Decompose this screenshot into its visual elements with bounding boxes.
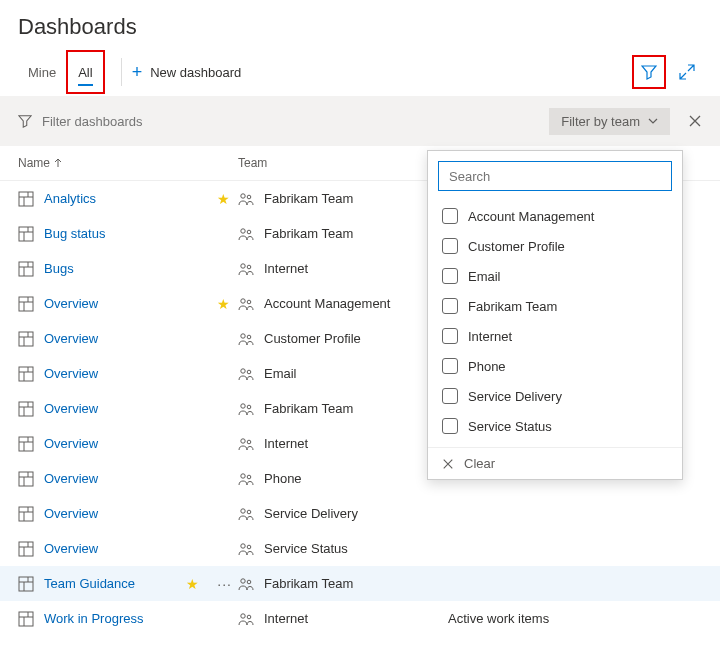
team-filter-option[interactable]: Customer Profile <box>428 231 682 261</box>
table-row[interactable]: OverviewService Status <box>0 531 720 566</box>
team-filter-option[interactable]: Service Status <box>428 411 682 441</box>
svg-point-13 <box>241 333 245 337</box>
dashboard-link[interactable]: Bug status <box>44 226 105 241</box>
team-icon <box>238 192 254 206</box>
tab-all[interactable]: All <box>68 52 102 92</box>
team-filter-clear[interactable]: Clear <box>428 447 682 479</box>
dashboard-icon <box>18 296 34 312</box>
team-name: Fabrikam Team <box>264 401 353 416</box>
dashboard-link[interactable]: Overview <box>44 506 98 521</box>
team-icon <box>238 402 254 416</box>
table-row[interactable]: OverviewService Delivery <box>0 496 720 531</box>
team-filter-list[interactable]: Account ManagementCustomer ProfileEmailF… <box>428 201 682 447</box>
tab-mine[interactable]: Mine <box>18 48 66 96</box>
team-filter-option[interactable]: Account Management <box>428 201 682 231</box>
checkbox-icon <box>442 238 458 254</box>
team-filter-option[interactable]: Email <box>428 261 682 291</box>
dashboard-icon <box>18 471 34 487</box>
option-label: Service Status <box>468 419 552 434</box>
dashboard-icon <box>18 191 34 207</box>
team-filter-option[interactable]: Phone <box>428 351 682 381</box>
team-filter-option[interactable]: Fabrikam Team <box>428 291 682 321</box>
svg-point-34 <box>241 578 245 582</box>
dashboard-link[interactable]: Overview <box>44 541 98 556</box>
more-actions[interactable]: ··· <box>217 576 232 592</box>
svg-rect-18 <box>19 402 33 416</box>
dashboard-link[interactable]: Overview <box>44 401 98 416</box>
new-dashboard-button[interactable]: + New dashboard <box>132 62 242 83</box>
col-header-name[interactable]: Name <box>18 156 238 170</box>
svg-rect-9 <box>19 297 33 311</box>
team-icon <box>238 297 254 311</box>
close-icon <box>688 114 702 128</box>
page-title: Dashboards <box>18 14 702 40</box>
svg-point-25 <box>241 473 245 477</box>
svg-point-7 <box>241 263 245 267</box>
team-icon <box>238 507 254 521</box>
svg-point-10 <box>241 298 245 302</box>
team-icon <box>238 472 254 486</box>
sort-asc-icon <box>54 158 62 168</box>
team-name: Fabrikam Team <box>264 226 353 241</box>
dashboard-icon <box>18 401 34 417</box>
table-row[interactable]: Team Guidance★···Fabrikam Team <box>0 566 720 601</box>
svg-point-35 <box>247 580 251 584</box>
team-name: Internet <box>264 436 308 451</box>
dashboard-link[interactable]: Overview <box>44 331 98 346</box>
checkbox-icon <box>442 208 458 224</box>
svg-point-20 <box>247 405 251 409</box>
filter-by-team-dropdown[interactable]: Filter by team <box>549 108 670 135</box>
svg-point-14 <box>247 335 251 339</box>
team-name: Service Delivery <box>264 506 358 521</box>
chevron-down-icon <box>648 118 658 124</box>
filter-toggle-button[interactable] <box>634 57 664 87</box>
checkbox-icon <box>442 298 458 314</box>
dashboard-icon <box>18 576 34 592</box>
fullscreen-button[interactable] <box>672 57 702 87</box>
filter-dashboards-input[interactable] <box>42 114 549 129</box>
dashboard-link[interactable]: Overview <box>44 471 98 486</box>
checkbox-icon <box>442 328 458 344</box>
star-icon[interactable]: ★ <box>217 191 230 207</box>
team-name: Phone <box>264 471 302 486</box>
dashboard-icon <box>18 541 34 557</box>
col-header-team[interactable]: Team <box>238 156 448 170</box>
svg-point-5 <box>247 230 251 234</box>
dashboard-icon <box>18 331 34 347</box>
dashboard-link[interactable]: Overview <box>44 296 98 311</box>
svg-point-31 <box>241 543 245 547</box>
svg-point-4 <box>241 228 245 232</box>
svg-rect-24 <box>19 472 33 486</box>
dashboard-link[interactable]: Work in Progress <box>44 611 143 626</box>
dashboard-link[interactable]: Overview <box>44 366 98 381</box>
team-filter-search-input[interactable] <box>438 161 672 191</box>
team-filter-option[interactable]: Internet <box>428 321 682 351</box>
highlight-filter-toggle <box>632 55 666 89</box>
svg-point-32 <box>247 545 251 549</box>
close-filter-button[interactable] <box>688 114 702 128</box>
table-row[interactable]: Work in ProgressInternetActive work item… <box>0 601 720 636</box>
svg-point-29 <box>247 510 251 514</box>
svg-point-19 <box>241 403 245 407</box>
checkbox-icon <box>442 268 458 284</box>
star-icon[interactable]: ★ <box>217 296 230 312</box>
filter-bar: Filter by team <box>0 96 720 146</box>
dashboard-icon <box>18 366 34 382</box>
dashboard-link[interactable]: Team Guidance <box>44 576 135 591</box>
team-filter-option[interactable]: Service Delivery <box>428 381 682 411</box>
team-icon <box>238 542 254 556</box>
svg-rect-27 <box>19 507 33 521</box>
toolbar-divider <box>121 58 122 86</box>
star-icon[interactable]: ★ <box>186 576 199 592</box>
dashboard-link[interactable]: Bugs <box>44 261 74 276</box>
dashboard-link[interactable]: Analytics <box>44 191 96 206</box>
team-icon <box>238 577 254 591</box>
team-icon <box>238 437 254 451</box>
team-name: Internet <box>264 611 308 626</box>
team-name: Email <box>264 366 297 381</box>
svg-rect-15 <box>19 367 33 381</box>
dashboard-link[interactable]: Overview <box>44 436 98 451</box>
svg-point-28 <box>241 508 245 512</box>
svg-point-11 <box>247 300 251 304</box>
team-icon <box>238 227 254 241</box>
